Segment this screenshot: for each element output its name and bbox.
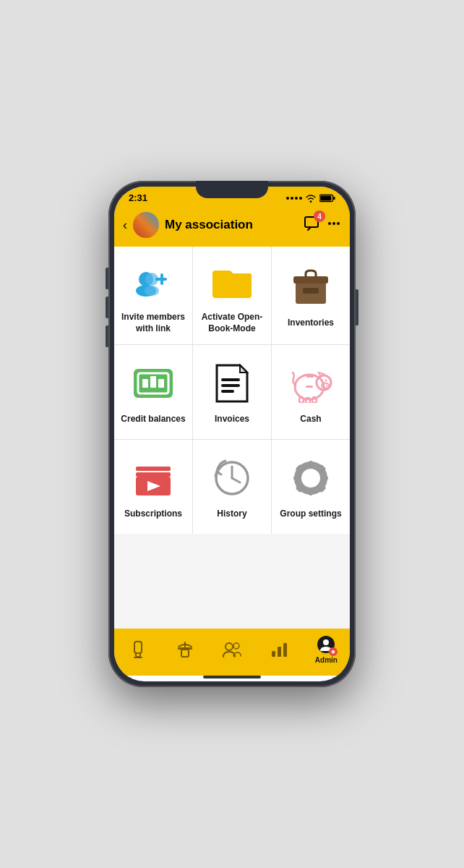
- phone-frame: 2:31: [108, 181, 356, 687]
- svg-rect-12: [155, 278, 167, 281]
- svg-point-30: [326, 385, 327, 386]
- svg-rect-48: [321, 476, 328, 480]
- status-time: 2:31: [129, 192, 147, 203]
- svg-rect-62: [278, 647, 281, 657]
- svg-point-65: [323, 639, 329, 645]
- phone-screen: 2:31: [114, 187, 350, 681]
- cash-label: Cash: [300, 414, 321, 425]
- svg-rect-17: [303, 288, 319, 294]
- history-label: History: [217, 509, 246, 520]
- svg-rect-24: [221, 384, 240, 387]
- svg-rect-2: [333, 196, 335, 199]
- svg-rect-47: [293, 476, 301, 480]
- svg-rect-36: [306, 386, 313, 388]
- svg-point-60: [233, 643, 239, 649]
- grid-item-invite-members[interactable]: Invite members with link: [114, 247, 192, 344]
- svg-rect-63: [283, 643, 287, 657]
- svg-rect-34: [312, 397, 317, 403]
- back-button[interactable]: ‹: [123, 218, 127, 233]
- history-icon: [209, 455, 255, 501]
- svg-rect-46: [309, 488, 313, 495]
- grid-item-credit-balances[interactable]: Credit balances: [114, 345, 192, 439]
- bottom-navigation: Admin: [114, 629, 350, 676]
- svg-point-9: [145, 286, 159, 296]
- svg-line-42: [232, 478, 240, 482]
- admin-badge: [329, 647, 338, 656]
- piggy-icon: [288, 360, 334, 407]
- grid-container: Invite members with link: [114, 247, 350, 629]
- svg-point-5: [332, 222, 335, 225]
- admin-icon: [316, 634, 336, 655]
- svg-rect-61: [272, 651, 275, 657]
- subscriptions-icon: [130, 455, 176, 501]
- svg-rect-38: [136, 472, 171, 477]
- grid-item-cash[interactable]: Cash: [272, 345, 350, 439]
- notch: [196, 181, 268, 198]
- invoices-label: Invoices: [215, 414, 249, 425]
- avatar[interactable]: [133, 212, 159, 238]
- svg-rect-25: [221, 390, 234, 393]
- svg-rect-55: [134, 657, 142, 658]
- signal-icon: [286, 197, 302, 200]
- grid-item-activate-open-book[interactable]: Activate Open-Book-Mode: [193, 247, 271, 344]
- svg-rect-32: [299, 397, 304, 403]
- drink-icon: [128, 639, 148, 660]
- invite-icon: [130, 258, 176, 305]
- status-icons: [286, 194, 335, 203]
- box-icon: [288, 264, 334, 310]
- svg-point-6: [337, 222, 340, 225]
- food-icon: [175, 639, 195, 660]
- svg-rect-53: [134, 642, 142, 653]
- invite-members-label: Invite members with link: [120, 312, 186, 334]
- more-button[interactable]: [327, 216, 341, 234]
- feature-grid: Invite members with link: [114, 247, 350, 534]
- svg-rect-1: [320, 195, 331, 200]
- stats-icon: [269, 639, 289, 660]
- members-icon: [222, 639, 242, 660]
- credit-balances-label: Credit balances: [121, 414, 185, 425]
- grid-item-subscriptions[interactable]: Subscriptions: [114, 440, 192, 534]
- svg-point-4: [328, 222, 331, 225]
- svg-point-59: [225, 643, 233, 650]
- inventories-label: Inventories: [288, 318, 334, 329]
- svg-rect-35: [306, 375, 314, 378]
- svg-rect-54: [136, 653, 140, 657]
- svg-point-44: [305, 472, 317, 484]
- svg-rect-57: [181, 650, 189, 657]
- chat-button[interactable]: 4: [304, 215, 321, 235]
- grid-item-history[interactable]: History: [193, 440, 271, 534]
- invoice-icon: [209, 360, 255, 407]
- svg-rect-37: [136, 467, 171, 471]
- subscriptions-label: Subscriptions: [124, 509, 182, 520]
- svg-rect-21: [150, 376, 156, 388]
- svg-rect-20: [142, 379, 148, 388]
- admin-label: Admin: [315, 656, 338, 664]
- header-actions: 4: [304, 215, 341, 235]
- svg-point-29: [323, 385, 325, 386]
- home-indicator: [203, 676, 261, 678]
- nav-item-members[interactable]: [208, 639, 255, 660]
- notification-badge: 4: [314, 210, 325, 222]
- app-header: ‹ My association 4: [114, 206, 350, 247]
- battery-icon: [319, 194, 335, 203]
- gear-icon: [288, 455, 334, 501]
- nav-item-admin[interactable]: Admin: [303, 634, 350, 664]
- svg-rect-14: [212, 273, 252, 278]
- grid-item-inventories[interactable]: Inventories: [272, 247, 350, 344]
- wifi-icon: [305, 194, 317, 203]
- nav-item-stats[interactable]: [256, 639, 303, 660]
- svg-rect-22: [158, 379, 164, 388]
- activate-open-book-label: Activate Open-Book-Mode: [199, 312, 265, 334]
- grid-item-group-settings[interactable]: Group settings: [272, 440, 350, 534]
- nav-item-food[interactable]: [161, 639, 208, 660]
- page-title: My association: [165, 218, 298, 232]
- group-settings-label: Group settings: [280, 509, 341, 520]
- svg-point-31: [325, 380, 327, 382]
- svg-rect-23: [221, 378, 240, 381]
- svg-rect-45: [309, 461, 313, 468]
- svg-rect-33: [306, 398, 310, 403]
- credit-icon: [130, 360, 176, 407]
- grid-item-invoices[interactable]: Invoices: [193, 345, 271, 439]
- svg-rect-16: [293, 276, 328, 284]
- nav-item-drinks[interactable]: [114, 639, 161, 660]
